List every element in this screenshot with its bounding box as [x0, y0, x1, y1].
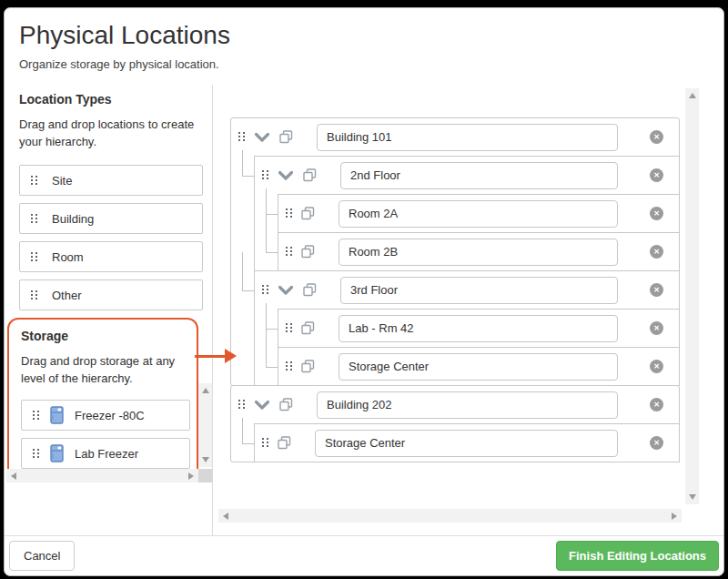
scroll-up-icon[interactable]: [689, 93, 696, 98]
tree-node-lab-rm-42: ✕: [278, 309, 680, 348]
left-panel-vertical-scrollbar[interactable]: [198, 383, 212, 467]
drag-handle-icon[interactable]: [262, 285, 268, 295]
location-name-input[interactable]: [315, 430, 618, 457]
freezer-icon: [50, 406, 64, 424]
close-icon[interactable]: ✕: [650, 168, 663, 182]
physical-locations-dialog: Physical Locations Organize storage by p…: [4, 7, 724, 576]
location-name-input[interactable]: [317, 124, 618, 151]
scroll-down-icon[interactable]: [689, 494, 696, 500]
storage-item-lab-freezer[interactable]: Lab Freezer: [21, 438, 190, 469]
scroll-left-icon[interactable]: [223, 513, 228, 520]
copy-icon[interactable]: [303, 283, 317, 297]
drag-handle-icon[interactable]: [238, 400, 245, 410]
scroll-down-icon[interactable]: [202, 457, 209, 462]
finish-editing-locations-button[interactable]: Finish Editing Locations: [556, 541, 719, 571]
chevron-down-icon[interactable]: [254, 132, 270, 143]
tree-node-storage-center-2: ✕: [254, 423, 680, 462]
storage-description: Drag and drop storage at any level of th…: [21, 352, 194, 387]
chevron-down-icon[interactable]: [254, 400, 270, 411]
tree-row: ✕: [255, 157, 679, 194]
close-icon[interactable]: ✕: [650, 207, 663, 220]
close-icon[interactable]: ✕: [650, 130, 663, 144]
scroll-right-icon[interactable]: [672, 513, 677, 520]
drag-handle-icon[interactable]: [262, 438, 268, 448]
scroll-left-icon[interactable]: [11, 472, 16, 480]
tree-row: ✕: [231, 118, 679, 156]
palette-panel: Location Types Drag and drop locations t…: [5, 85, 213, 535]
location-hierarchy-tree: ✕ ✕: [230, 117, 680, 462]
copy-icon[interactable]: [301, 360, 315, 373]
chevron-down-icon[interactable]: [278, 170, 294, 181]
location-name-input[interactable]: [340, 277, 618, 304]
copy-icon[interactable]: [279, 130, 293, 144]
chevron-down-icon[interactable]: [278, 285, 294, 296]
copy-icon[interactable]: [279, 398, 293, 411]
copy-icon[interactable]: [301, 321, 315, 335]
close-icon[interactable]: ✕: [650, 321, 663, 335]
scroll-right-icon[interactable]: [188, 472, 194, 480]
tree-children: ✕ ✕: [278, 309, 680, 386]
close-icon[interactable]: ✕: [650, 436, 663, 450]
location-name-input[interactable]: [339, 239, 618, 266]
dialog-header: Physical Locations Organize storage by p…: [5, 8, 723, 85]
drag-handle-icon[interactable]: [33, 449, 39, 459]
tree-row: ✕: [278, 310, 679, 347]
tree-row: ✕: [255, 271, 679, 309]
tree-node-building-202: ✕ ✕: [230, 385, 680, 462]
storage-item-freezer-80c[interactable]: Freezer -80C: [21, 400, 190, 431]
close-icon[interactable]: ✕: [650, 398, 663, 411]
drag-handle-icon[interactable]: [286, 323, 292, 333]
drag-handle-icon[interactable]: [31, 252, 37, 262]
tree-node-2nd-floor: ✕ ✕: [254, 156, 680, 271]
location-name-input[interactable]: [339, 315, 618, 342]
location-type-label: Room: [52, 250, 84, 264]
copy-icon[interactable]: [301, 245, 315, 259]
location-name-input[interactable]: [339, 353, 618, 381]
close-icon[interactable]: ✕: [650, 283, 663, 297]
tree-row: ✕: [278, 348, 679, 385]
tree-children: ✕ ✕: [254, 156, 680, 386]
dialog-body: Location Types Drag and drop locations t…: [5, 85, 723, 536]
drag-handle-icon[interactable]: [286, 247, 292, 257]
tree-row: ✕: [278, 195, 679, 232]
hierarchy-panel: ✕ ✕: [213, 85, 723, 535]
dialog-footer: Cancel Finish Editing Locations: [5, 536, 723, 575]
drag-handle-icon[interactable]: [31, 214, 37, 224]
copy-icon[interactable]: [301, 207, 315, 220]
tree-node-building-101: ✕ ✕: [230, 117, 680, 386]
location-type-building[interactable]: Building: [19, 203, 203, 234]
location-type-site[interactable]: Site: [19, 165, 203, 196]
close-icon[interactable]: ✕: [650, 360, 663, 373]
drag-handle-icon[interactable]: [238, 132, 245, 142]
annotation-arrow: [195, 355, 225, 358]
storage-annotation-callout: Storage Drag and drop storage at any lev…: [7, 318, 198, 482]
location-type-other[interactable]: Other: [19, 279, 203, 310]
location-type-room[interactable]: Room: [19, 241, 203, 272]
left-panel-horizontal-scrollbar[interactable]: [6, 469, 198, 482]
location-name-input[interactable]: [340, 162, 618, 189]
tree-children: ✕ ✕: [278, 194, 680, 271]
tree-children: ✕: [254, 423, 680, 462]
close-icon[interactable]: ✕: [650, 245, 663, 259]
hierarchy-horizontal-scrollbar[interactable]: [218, 509, 682, 523]
freezer-icon: [50, 444, 64, 462]
hierarchy-vertical-scrollbar[interactable]: [685, 88, 699, 504]
tree-row: ✕: [278, 233, 679, 270]
cancel-button[interactable]: Cancel: [9, 541, 75, 571]
storage-item-label: Lab Freezer: [75, 447, 138, 461]
copy-icon[interactable]: [278, 436, 291, 450]
drag-handle-icon[interactable]: [33, 411, 39, 421]
location-name-input[interactable]: [317, 391, 618, 419]
copy-icon[interactable]: [303, 168, 317, 182]
drag-handle-icon[interactable]: [262, 170, 268, 180]
storage-heading: Storage: [21, 329, 191, 343]
scroll-up-icon[interactable]: [202, 388, 209, 393]
drag-handle-icon[interactable]: [286, 208, 292, 218]
drag-handle-icon[interactable]: [286, 361, 292, 371]
storage-item-label: Freezer -80C: [75, 409, 145, 422]
location-type-label: Building: [52, 212, 94, 226]
location-name-input[interactable]: [339, 200, 618, 228]
drag-handle-icon[interactable]: [31, 290, 37, 300]
scrollbar-corner: [198, 469, 213, 482]
drag-handle-icon[interactable]: [31, 176, 37, 186]
